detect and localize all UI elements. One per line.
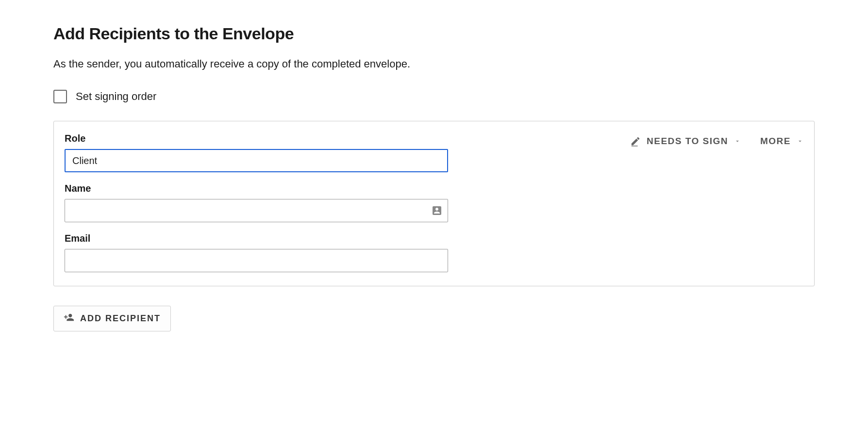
- contact-picker-icon[interactable]: [431, 204, 443, 217]
- sign-icon: [630, 136, 641, 147]
- role-label: Role: [65, 133, 448, 144]
- role-input[interactable]: [65, 149, 448, 172]
- recipient-actions: NEEDS TO SIGN MORE: [463, 133, 803, 147]
- page-subtitle: As the sender, you automatically receive…: [53, 58, 815, 70]
- chevron-down-icon: [734, 138, 741, 145]
- more-label: MORE: [760, 136, 791, 147]
- page-title: Add Recipients to the Envelope: [53, 24, 815, 43]
- role-field-group: Role: [65, 133, 448, 172]
- more-dropdown[interactable]: MORE: [760, 136, 803, 147]
- email-input[interactable]: [65, 249, 448, 272]
- person-add-icon: [64, 312, 74, 325]
- recipient-card: Role Name Email: [53, 121, 815, 286]
- signing-order-row: Set signing order: [53, 90, 815, 103]
- email-field-group: Email: [65, 233, 448, 272]
- needs-to-sign-dropdown[interactable]: NEEDS TO SIGN: [630, 136, 741, 147]
- needs-to-sign-label: NEEDS TO SIGN: [647, 136, 728, 147]
- signing-order-label: Set signing order: [76, 90, 156, 103]
- chevron-down-icon: [797, 138, 803, 145]
- svg-rect-0: [632, 146, 638, 146]
- name-field-group: Name: [65, 183, 448, 222]
- name-input[interactable]: [65, 199, 448, 222]
- add-recipient-button[interactable]: ADD RECIPIENT: [53, 306, 171, 331]
- signing-order-checkbox[interactable]: [53, 90, 67, 103]
- email-label: Email: [65, 233, 448, 244]
- recipient-form: Role Name Email: [65, 133, 448, 272]
- name-label: Name: [65, 183, 448, 194]
- add-recipient-label: ADD RECIPIENT: [80, 313, 161, 324]
